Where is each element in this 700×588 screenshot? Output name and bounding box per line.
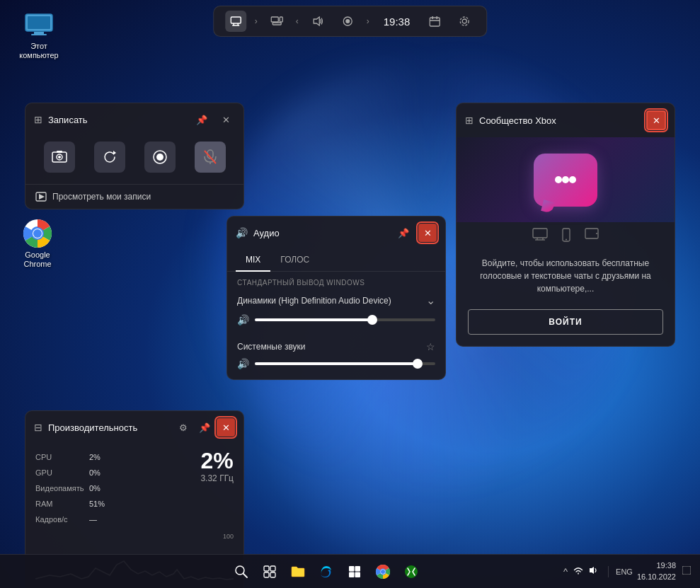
toolbar-display-btn[interactable]	[266, 11, 287, 32]
svg-rect-64	[682, 566, 691, 575]
taskbar-start-btn[interactable]	[342, 559, 367, 584]
audio-tab-mix[interactable]: MIX	[236, 249, 270, 272]
svg-rect-51	[270, 566, 275, 571]
toolbar-settings-btn[interactable]	[454, 11, 475, 32]
taskbar-edge-btn[interactable]	[314, 559, 339, 584]
toolbar-chevron-right-2: ›	[367, 16, 369, 26]
stat-gpu-name: GPU	[35, 465, 85, 480]
audio-system-sounds-slider[interactable]	[255, 362, 435, 365]
svg-rect-2	[34, 32, 44, 34]
xbox-description: Войдите, чтобы использовать бесплатные г…	[457, 251, 675, 304]
xbox-device-tablet	[585, 228, 599, 246]
svg-point-31	[156, 154, 163, 161]
stat-gpu-val: 0%	[89, 465, 101, 480]
svg-point-47	[596, 233, 597, 234]
record-button[interactable]	[144, 142, 176, 173]
xbox-panel-close[interactable]: ✕	[646, 110, 666, 130]
top-toolbar: › ‹ › 19:38	[213, 6, 488, 37]
chrome-icon	[21, 219, 54, 248]
xbox-image-area	[457, 137, 675, 222]
perf-big-num: 2%	[200, 449, 233, 472]
taskbar-clock[interactable]: 19:38 16.10.2022	[637, 560, 676, 582]
perf-content: CPU2% GPU0% Видеопамять0% RAM51% Кадров/…	[25, 444, 243, 533]
xbox-panel-header: ⊞ Сообщество Xbox ✕	[457, 103, 675, 137]
perf-panel-icon: ⊟	[34, 422, 42, 433]
toolbar-chevron-left: ‹	[296, 16, 299, 26]
perf-panel-close[interactable]: ✕	[217, 418, 235, 437]
taskbar-search-btn[interactable]	[229, 559, 254, 584]
audio-device-row: Динамики (High Definition Audio Device) …	[227, 289, 445, 311]
svg-point-23	[462, 19, 466, 23]
stat-ram-val: 51%	[89, 496, 105, 512]
tray-divider	[608, 566, 609, 577]
svg-rect-15	[272, 23, 281, 25]
svg-rect-54	[349, 566, 355, 572]
audio-main-slider-thumb[interactable]	[367, 315, 377, 325]
xbox-login-button[interactable]: ВОЙТИ	[468, 309, 663, 335]
desktop-icon-computer[interactable]: Этот компьютер	[14, 11, 64, 60]
xbox-device-monitor	[532, 228, 548, 246]
view-recordings-btn[interactable]: Просмотреть мои записи	[25, 184, 243, 209]
audio-panel-header: 🔊 Аудио 📌 ✕	[227, 217, 445, 249]
stat-cpu-name: CPU	[35, 449, 85, 465]
taskbar-xbox-btn[interactable]	[398, 559, 424, 584]
record-panel-pin[interactable]: 📌	[193, 110, 211, 129]
audio-section-label: СТАНДАРТНЫЙ ВЫВОД WINDOWS	[227, 272, 445, 289]
svg-marker-16	[314, 17, 319, 25]
taskbar-chrome-btn[interactable]	[370, 559, 396, 584]
rotate-button[interactable]	[94, 142, 125, 173]
svg-point-61	[381, 570, 385, 574]
audio-main-slider[interactable]	[255, 318, 435, 321]
svg-rect-14	[280, 17, 282, 22]
tray-network[interactable]	[571, 563, 585, 580]
taskbar-explorer-btn[interactable]	[285, 559, 311, 584]
taskbar-widgets-btn[interactable]	[257, 559, 282, 584]
screenshot-button[interactable]	[44, 142, 75, 173]
xbox-devices-row	[457, 222, 675, 251]
svg-marker-63	[590, 567, 594, 574]
svg-rect-27	[57, 151, 62, 153]
audio-system-sounds-label: Системные звуки	[237, 342, 305, 352]
toolbar-chevron-right-1: ›	[255, 16, 258, 26]
perf-panel-settings[interactable]: ⚙	[174, 418, 193, 437]
svg-rect-40	[533, 229, 547, 238]
system-tray: ^	[561, 563, 601, 580]
perf-panel-title: Производительность	[48, 422, 168, 433]
desktop-icon-chrome[interactable]: Google Chrome	[13, 219, 62, 269]
stat-vram-val: 0%	[89, 480, 101, 496]
toolbar-volume-btn[interactable]	[307, 11, 328, 32]
perf-stats: CPU2% GPU0% Видеопамять0% RAM51% Кадров/…	[35, 449, 193, 527]
computer-icon-label: Этот компьютер	[19, 42, 58, 60]
stat-cpu-val: 2%	[89, 449, 101, 465]
record-panel-title: Записать	[48, 115, 187, 125]
tray-volume[interactable]	[587, 563, 601, 580]
tray-arrow[interactable]: ^	[561, 563, 570, 580]
audio-system-sounds-star[interactable]: ☆	[426, 341, 435, 352]
svg-rect-56	[349, 572, 355, 577]
tray-notifications[interactable]	[680, 563, 693, 580]
audio-volume-icon: 🔊	[237, 314, 249, 325]
stat-vram-name: Видеопамять	[35, 480, 85, 496]
toolbar-record-btn[interactable]	[337, 11, 358, 32]
mic-off-button[interactable]	[195, 142, 226, 173]
record-panel-close[interactable]: ✕	[217, 110, 235, 129]
svg-point-39	[569, 176, 576, 183]
toolbar-monitor-btn[interactable]	[225, 11, 246, 32]
tray-lang[interactable]: ENG	[616, 567, 633, 576]
record-panel-buttons	[25, 136, 243, 184]
audio-tab-voice[interactable]: ГОЛОС	[270, 249, 319, 272]
perf-big-sub: 3.32 ГГц	[200, 473, 234, 483]
audio-system-sounds-thumb[interactable]	[413, 359, 423, 369]
audio-panel-icon: 🔊	[236, 227, 248, 238]
audio-main-volume-row: 🔊	[227, 311, 445, 328]
perf-big-display: 2% 3.32 ГГц	[200, 449, 234, 527]
svg-marker-36	[39, 194, 45, 200]
toolbar-calendar-btn[interactable]	[424, 11, 445, 32]
perf-panel-pin[interactable]: 📌	[195, 418, 214, 437]
record-panel-icon: ⊞	[34, 114, 42, 125]
audio-device-chevron[interactable]: ⌄	[426, 294, 435, 307]
audio-panel-pin[interactable]: 📌	[394, 224, 413, 242]
audio-tabs: MIX ГОЛОС	[227, 249, 445, 272]
audio-panel-close[interactable]: ✕	[418, 224, 437, 242]
taskbar-center	[92, 559, 561, 584]
